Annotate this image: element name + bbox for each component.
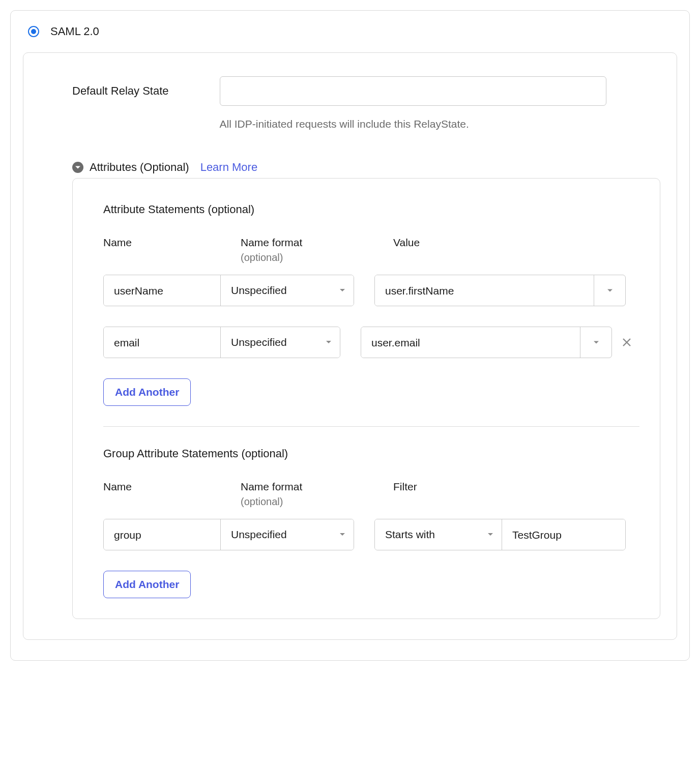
attr-name-input[interactable] xyxy=(104,327,221,358)
group-col-format-sub: (optional) xyxy=(241,496,373,508)
attr-format-value[interactable] xyxy=(221,327,340,358)
attr-columns-header: Name Name format (optional) Value xyxy=(103,237,639,263)
default-relay-state-hint: All IDP-initiated requests will include … xyxy=(220,118,650,130)
group-attribute-statements-heading: Group Attribute Statements (optional) xyxy=(103,447,639,460)
attr-format-select[interactable] xyxy=(221,327,340,358)
group-col-name: Name xyxy=(103,481,220,493)
attr-value-input[interactable] xyxy=(361,327,580,358)
attribute-statements-heading: Attribute Statements (optional) xyxy=(103,203,639,216)
saml-radio-label: SAML 2.0 xyxy=(50,25,99,38)
attr-col-value: Value xyxy=(393,237,639,249)
group-filter-value-input[interactable] xyxy=(502,519,625,550)
saml-config-card: SAML 2.0 Default Relay State All IDP-ini… xyxy=(10,10,690,661)
group-filter-op-select[interactable] xyxy=(375,519,502,550)
attr-value-dropdown[interactable] xyxy=(580,327,611,358)
group-filter-op-value[interactable] xyxy=(375,519,502,550)
add-attribute-button[interactable]: Add Another xyxy=(103,378,191,406)
attr-format-value[interactable] xyxy=(221,275,354,306)
group-col-format: Name format xyxy=(241,481,373,493)
attr-row xyxy=(103,275,639,306)
attributes-card: Attribute Statements (optional) Name Nam… xyxy=(72,178,660,619)
caret-down-icon xyxy=(607,285,613,296)
caret-down-icon xyxy=(593,337,599,348)
default-relay-state-row: Default Relay State All IDP-initiated re… xyxy=(23,76,677,130)
attr-col-format-sub: (optional) xyxy=(241,252,373,263)
add-group-attribute-button[interactable]: Add Another xyxy=(103,571,191,598)
attr-name-input[interactable] xyxy=(104,275,221,306)
attr-value-input[interactable] xyxy=(375,275,594,306)
attributes-learn-more-link[interactable]: Learn More xyxy=(200,161,258,174)
group-col-filter: Filter xyxy=(393,481,639,493)
attributes-section-title: Attributes (Optional) xyxy=(90,161,189,174)
signon-method-radio-row: SAML 2.0 xyxy=(23,25,677,38)
group-columns-header: Name Name format (optional) Filter xyxy=(103,481,639,508)
group-attr-row xyxy=(103,519,639,550)
attr-value-dropdown[interactable] xyxy=(594,275,625,306)
attr-col-format: Name format xyxy=(241,237,373,249)
close-icon xyxy=(622,337,632,347)
group-format-value[interactable] xyxy=(221,519,354,550)
default-relay-state-input[interactable] xyxy=(220,76,606,106)
attr-format-select[interactable] xyxy=(221,275,354,306)
radio-selected-dot-icon xyxy=(31,29,36,34)
saml-radio[interactable] xyxy=(28,26,39,37)
group-format-select[interactable] xyxy=(221,519,354,550)
attr-row xyxy=(103,327,639,358)
saml-settings-panel: Default Relay State All IDP-initiated re… xyxy=(23,52,677,640)
default-relay-state-label: Default Relay State xyxy=(72,76,169,98)
group-name-input[interactable] xyxy=(104,519,221,550)
attr-col-name: Name xyxy=(103,237,220,249)
divider xyxy=(103,426,639,427)
remove-attr-button[interactable] xyxy=(614,327,639,358)
attributes-section-header[interactable]: Attributes (Optional) Learn More xyxy=(23,161,677,174)
chevron-down-icon xyxy=(72,162,83,173)
